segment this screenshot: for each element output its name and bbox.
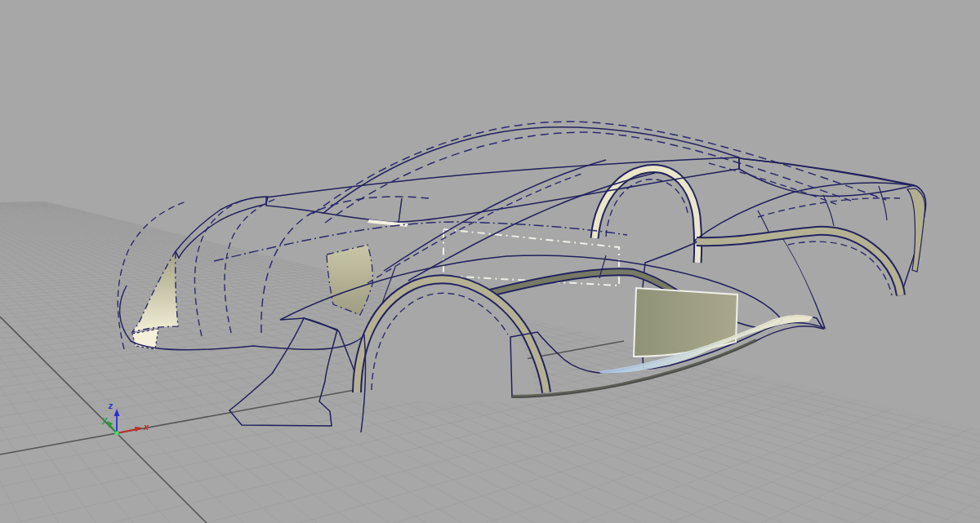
x-axis-label: x: [143, 422, 149, 432]
viewport[interactable]: z y x: [0, 0, 980, 523]
z-axis-label: z: [108, 401, 114, 410]
origin-point: [114, 431, 118, 435]
viewport-canvas[interactable]: z y x: [0, 0, 980, 523]
y-axis-label: y: [101, 414, 108, 424]
